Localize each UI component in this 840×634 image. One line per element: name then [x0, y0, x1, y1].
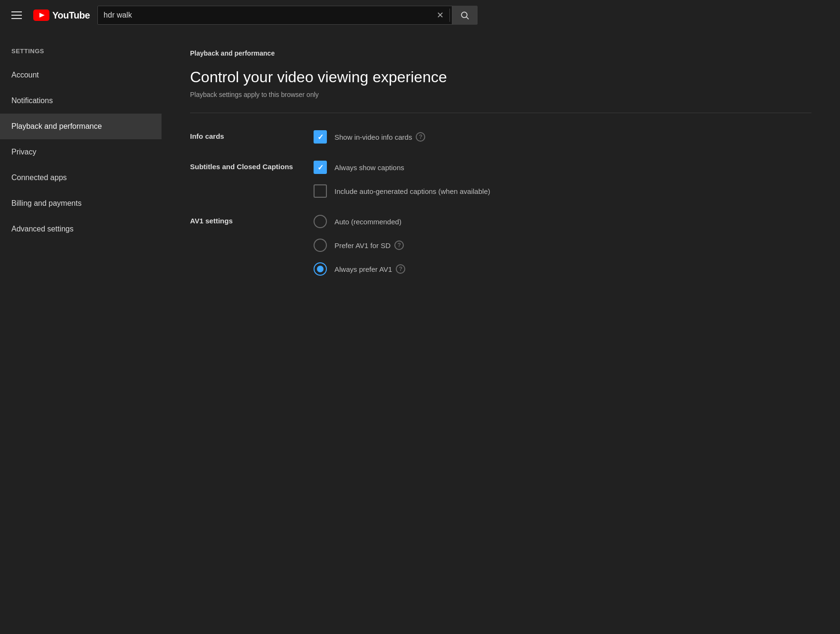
svg-line-3 — [467, 17, 469, 19]
show-info-cards-option[interactable]: Show in-video info cards ? — [314, 130, 425, 144]
section-divider — [190, 113, 811, 113]
sidebar-item-privacy[interactable]: Privacy — [0, 139, 162, 165]
subtitles-options: Always show captions Include auto-genera… — [314, 161, 490, 198]
av1-auto-option[interactable]: Auto (recommended) — [314, 215, 405, 228]
show-info-cards-help-icon[interactable]: ? — [416, 132, 425, 142]
page-subheading: Playback settings apply to this browser … — [190, 91, 811, 98]
search-icon — [460, 10, 469, 20]
av1-prefer-sd-radio[interactable] — [314, 239, 327, 252]
always-show-captions-text: Always show captions — [334, 163, 404, 172]
auto-generated-captions-option[interactable]: Include auto-generated captions (when av… — [314, 184, 490, 198]
auto-generated-captions-text: Include auto-generated captions (when av… — [334, 187, 490, 195]
sidebar-item-advanced[interactable]: Advanced settings — [0, 216, 162, 242]
av1-options: Auto (recommended) Prefer AV1 for SD ? A… — [314, 215, 405, 276]
sidebar-item-account[interactable]: Account — [0, 62, 162, 88]
av1-section: AV1 settings Auto (recommended) Prefer A… — [190, 215, 811, 276]
search-input[interactable] — [104, 11, 433, 19]
sidebar-settings-title: SETTINGS — [0, 38, 162, 62]
sidebar: SETTINGS Account Notifications Playback … — [0, 30, 162, 634]
sidebar-item-notifications[interactable]: Notifications — [0, 88, 162, 114]
main-content: Playback and performance Control your vi… — [162, 30, 840, 634]
search-submit-button[interactable] — [452, 6, 477, 25]
always-show-captions-option[interactable]: Always show captions — [314, 161, 490, 174]
svg-point-2 — [461, 12, 467, 18]
info-cards-options: Show in-video info cards ? — [314, 130, 425, 144]
sidebar-item-connected-apps[interactable]: Connected apps — [0, 165, 162, 191]
logo[interactable]: YouTube — [33, 10, 90, 21]
av1-auto-radio[interactable] — [314, 215, 327, 228]
sidebar-item-billing[interactable]: Billing and payments — [0, 191, 162, 216]
av1-prefer-sd-help-icon[interactable]: ? — [394, 240, 404, 250]
auto-generated-captions-checkbox[interactable] — [314, 184, 327, 198]
av1-label: AV1 settings — [190, 215, 295, 276]
av1-prefer-sd-text: Prefer AV1 for SD ? — [334, 240, 404, 250]
always-show-captions-checkbox[interactable] — [314, 161, 327, 174]
av1-always-option[interactable]: Always prefer AV1 ? — [314, 262, 405, 276]
subtitles-label: Subtitles and Closed Captions — [190, 161, 295, 198]
av1-auto-text: Auto (recommended) — [334, 218, 401, 226]
youtube-logo-icon — [33, 10, 49, 21]
header: YouTube ✕ — [0, 0, 840, 30]
show-info-cards-checkbox[interactable] — [314, 130, 327, 144]
info-cards-label: Info cards — [190, 130, 295, 144]
av1-always-radio[interactable] — [314, 262, 327, 276]
show-info-cards-text: Show in-video info cards ? — [334, 132, 425, 142]
search-clear-button[interactable]: ✕ — [433, 8, 448, 22]
menu-button[interactable] — [8, 8, 26, 23]
logo-text: YouTube — [52, 10, 90, 21]
info-cards-section: Info cards Show in-video info cards ? — [190, 130, 811, 144]
av1-prefer-sd-option[interactable]: Prefer AV1 for SD ? — [314, 239, 405, 252]
av1-always-help-icon[interactable]: ? — [396, 264, 405, 274]
sidebar-item-playback[interactable]: Playback and performance — [0, 114, 162, 139]
page-heading: Control your video viewing experience — [190, 68, 811, 86]
search-divider — [449, 9, 450, 22]
subtitles-section: Subtitles and Closed Captions Always sho… — [190, 161, 811, 198]
section-title: Playback and performance — [190, 49, 811, 57]
layout: SETTINGS Account Notifications Playback … — [0, 30, 840, 634]
search-bar: ✕ — [97, 6, 477, 25]
av1-always-text: Always prefer AV1 ? — [334, 264, 405, 274]
